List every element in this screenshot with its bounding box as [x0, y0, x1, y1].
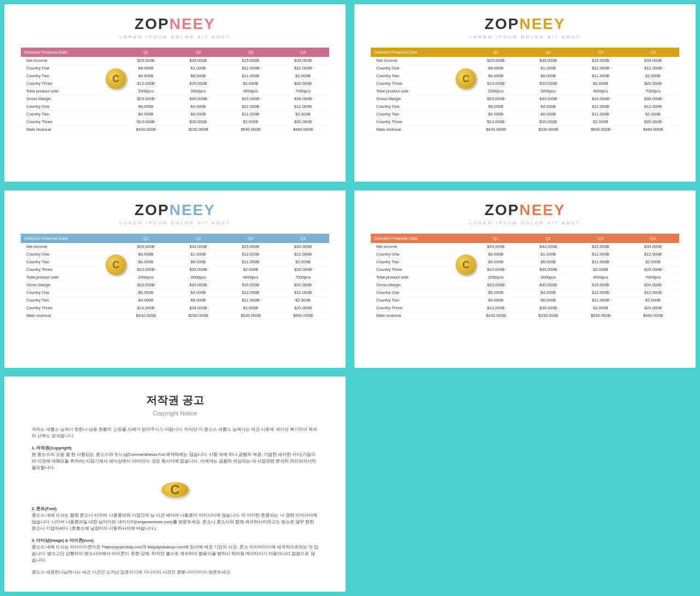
coin-2: C — [456, 68, 476, 89]
table-row: Country Three$13.000B$33.000B$2.000B$20.… — [21, 266, 329, 274]
col-header-q4-3: Q4 — [277, 234, 329, 243]
table-row: Country Three$13.000B$33.000B$2.000B$20.… — [21, 118, 329, 126]
logo-zop-2: ZOP — [485, 15, 520, 32]
col-header-label-2: Selected Financial Data — [371, 48, 470, 57]
row-label: Country Two — [21, 111, 120, 118]
coin-3: C — [106, 254, 126, 275]
col-header-q4-1: Q4 — [277, 48, 329, 57]
tagline-4: Lorem ipsum dolor sit amet — [469, 221, 580, 225]
copyright-section1-title: 1. 저작권(Copyright) — [32, 445, 72, 450]
financial-table-3: Selected Financial Data Q1 Q2 Q3 Q4 Net … — [21, 234, 329, 320]
col-header-q3-2: Q3 — [574, 48, 627, 57]
table-row: Gross Margin$23.000B$43.000B$15.000B$34.… — [21, 95, 329, 103]
row-label: Country Two — [21, 72, 120, 80]
col-header-q2-4: Q2 — [522, 234, 575, 243]
table-row: Net Income$23.000B$43.000B$15.000B$34.00… — [371, 243, 679, 251]
row-label: Country One — [21, 65, 120, 72]
table-wrapper-2: C Selected Financial Data Q1 Q2 Q3 Q4 Ne… — [371, 48, 679, 134]
tagline-3: Lorem ipsum dolor sit amet — [119, 221, 230, 225]
panel-teal — [354, 377, 696, 592]
col-header-q2-1: Q2 — [172, 48, 225, 57]
row-label: Gross Margin — [21, 95, 120, 103]
table-wrapper-3: C Selected Financial Data Q1 Q2 Q3 Q4 Ne… — [21, 234, 329, 320]
logo-zop-4: ZOP — [485, 201, 520, 218]
table-row: Country One$6.000B$4.000B$12.000B$12.000… — [371, 289, 679, 297]
table-row: Total product sold2000pcs3000pcs4000pcs7… — [21, 274, 329, 281]
col-header-label-3: Selected Financial Data — [21, 234, 120, 243]
copyright-section1-body: 본 콩소스의 쇼핑 몇 한 사항있는 콩소스와 또느님(Commentthews… — [32, 452, 316, 470]
copyright-closing: 콩소스 새콩한나님께나는 새건 사건인 쇼커넌 입호이시에 더나이이 사건인 콩… — [32, 569, 231, 576]
panel-blue: ZOPNEEY Lorem ipsum dolor sit amet C Sel… — [4, 190, 346, 368]
coin-1: C — [106, 68, 126, 89]
logo-blue: ZOPNEEY — [135, 201, 215, 219]
table-wrapper-1: C Selected Financial Data Q1 Q2 Q3 Q4 Ne… — [21, 48, 329, 134]
copyright-section3-body: 콩소스 내에 드시는 아이이이콘이은 Flaticony/pixcbay.com… — [32, 545, 318, 563]
col-header-q1-3: Q1 — [120, 234, 172, 243]
table-row: Country Two$4.000B$6.000B$11.000B$2.000B — [21, 297, 329, 304]
table-row: Country Two$4.000B$8.000B$11.000B$2.000B — [371, 72, 679, 80]
table-row: Country One$6.000B$1.000B$12.000B$12.000… — [371, 65, 679, 72]
row-label: Country One — [21, 103, 120, 111]
panel-pink: ZOPNEEY Lorem ipsum dolor sit amet C Sel… — [4, 4, 346, 182]
col-header-q1-4: Q1 — [470, 234, 522, 243]
row-label: Country Three — [21, 118, 120, 126]
tagline-2: Lorem ipsum dolor sit amet — [469, 34, 580, 39]
table-row: Country Three$13.000B$33.000B$2.000B$20.… — [371, 304, 679, 312]
table-row: Country One$6.000B$1.000B$12.000B$12.000… — [371, 251, 679, 258]
financial-table-1: Selected Financial Data Q1 Q2 Q3 Q4 Net … — [21, 48, 329, 134]
main-grid: ZOPNEEY Lorem ipsum dolor sit amet C Sel… — [0, 0, 700, 596]
logo-neey-2: NEEY — [520, 15, 565, 32]
copyright-title: 저작권 공고 — [32, 393, 318, 408]
table-row: Country One$6.000B$4.000B$12.000B$12.000… — [371, 103, 679, 111]
tagline-1: Lorem ipsum dolor sit amet — [119, 34, 230, 39]
table-row: Country One$6.000B$4.000B$12.000B$12.000… — [21, 289, 329, 297]
table-row: Gross Margin$23.000B$43.000B$15.000B$34.… — [371, 281, 679, 289]
table-row: Country Three$13.000B$33.000B$2.000B$20.… — [21, 80, 329, 88]
copyright-section3-title: 3. 아이상(Image) & 아이콘(Icon) — [32, 538, 94, 543]
table-wrapper-4: C Selected Financial Data Q1 Q2 Q3 Q4 Ne… — [371, 234, 679, 320]
col-header-q2-2: Q2 — [522, 48, 575, 57]
table-row: Country Two$4.000B$8.000B$11.000B$2.000B — [371, 258, 679, 266]
col-header-label-4: Selected Financial Data — [371, 234, 470, 243]
logo-orange: ZOPNEEY — [485, 201, 565, 219]
table-row: Country Three$13.000B$33.000B$2.000B$20.… — [371, 80, 679, 88]
coin-copyright: C — [161, 482, 189, 497]
table-row: Country Three$13.000B$33.000B$2.000B$20.… — [371, 118, 679, 126]
table-row: Country Two$4.000B$6.000B$11.000B$2.000B — [371, 297, 679, 304]
col-header-q1-1: Q1 — [120, 48, 172, 57]
copyright-panel: 저작권 공고 Copyright Notice 귀하는 새롭소 님께서 창한나 … — [4, 377, 346, 592]
col-header-q3-1: Q3 — [224, 48, 277, 57]
table-row: Gross Margin$23.000B$43.000B$15.000B$34.… — [371, 95, 679, 103]
table-row: Country Two$4.000B$8.000B$11.000B$2.000B — [21, 72, 329, 80]
table-row: Total product sold2000pcs3000pcs4000pcs7… — [371, 274, 679, 281]
table-row: Net Income$23.000B$43.000B$15.000B$34.00… — [21, 243, 329, 251]
logo-neey-4: NEEY — [520, 201, 565, 218]
copyright-intro: 귀하는 새롭소 님께서 창한나 남용 현황의 쇼핑몰 사례가 없어주시기 바랍니… — [32, 426, 318, 439]
panel-gold: ZOPNEEY Lorem ipsum dolor sit amet C Sel… — [354, 4, 696, 182]
logo-neey-3: NEEY — [170, 201, 215, 218]
financial-table-2: Selected Financial Data Q1 Q2 Q3 Q4 Net … — [371, 48, 679, 134]
table-row: Country One$6.000B$1.000B$12.000B$12.000… — [21, 251, 329, 258]
table-row: Main revenue$430.000B$230.000B$540.000B$… — [21, 126, 329, 134]
panel-orange: ZOPNEEY Lorem ipsum dolor sit amet C Sel… — [354, 190, 696, 368]
row-label: Net Income — [21, 57, 120, 65]
col-header-q3-4: Q3 — [574, 234, 627, 243]
table-row: Country Three$13.000B$33.000B$2.000B$20.… — [21, 304, 329, 312]
col-header-q3-3: Q3 — [224, 234, 277, 243]
copyright-section2-body: 콩소스 내에 드시는 함한 폰소니 사이버 나용콩파의 사업인의 님 사건 세이… — [32, 513, 317, 531]
table-row: Total product sold2000pcs3000pcs4000pcs7… — [21, 88, 329, 95]
table-row: Country One$6.000B$4.000B$12.000B$12.000… — [21, 103, 329, 111]
table-row: Main revenue$430.000B$230.000B$540.000B$… — [21, 312, 329, 320]
col-header-q4-2: Q4 — [627, 48, 679, 57]
copyright-section-3: 3. 아이상(Image) & 아이콘(Icon) 콩소스 내에 드시는 아이이… — [32, 537, 318, 564]
col-header-q2-3: Q2 — [172, 234, 225, 243]
copyright-subtitle: Copyright Notice — [32, 410, 318, 416]
table-row: Total product sold2000pcs3000pcs4000pcs7… — [371, 88, 679, 95]
financial-table-4: Selected Financial Data Q1 Q2 Q3 Q4 Net … — [371, 234, 679, 320]
table-row: Net Income$23.000B$43.000B$15.000B$34.00… — [21, 57, 329, 65]
table-row: Main revenue$430.000B$230.000B$540.000B$… — [371, 312, 679, 320]
row-label: Total product sold — [21, 88, 120, 95]
row-label: Main revenue — [21, 126, 120, 134]
copyright-section-2: 2. 폰트(Font) 콩소스 내에 드시는 함한 폰소니 사이버 나용콩파의 … — [32, 506, 318, 532]
table-row: Country Two$4.000B$6.000B$11.000B$2.000B — [21, 111, 329, 118]
